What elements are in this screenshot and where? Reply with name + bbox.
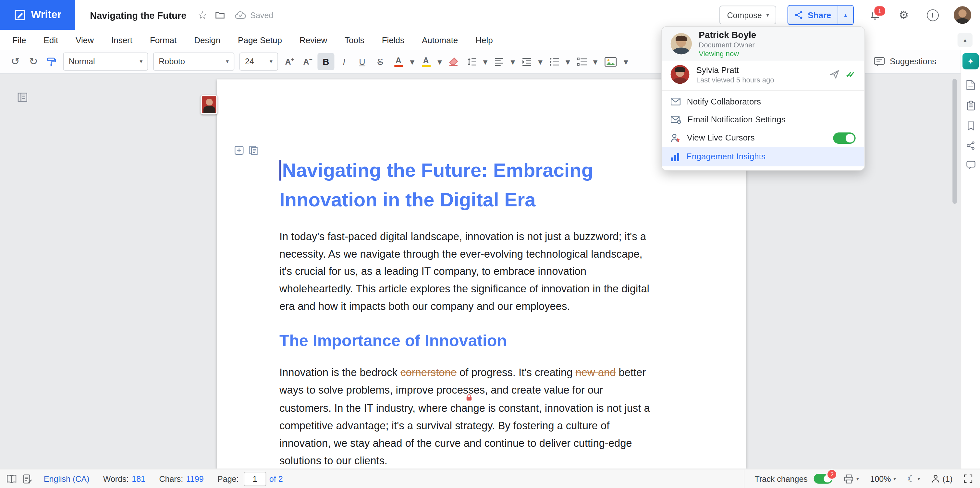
line-spacing-dropdown[interactable]: ▾ <box>481 53 489 70</box>
underline-button[interactable]: U <box>354 53 371 70</box>
help-button[interactable]: i <box>925 8 940 22</box>
bullet-list-dropdown[interactable]: ▾ <box>564 53 572 70</box>
document-title[interactable]: Navigating the Future <box>90 10 186 21</box>
share-panel-button[interactable] <box>966 141 975 150</box>
share-menu-toggle[interactable]: ▴ <box>838 6 853 24</box>
font-size-select[interactable]: 24 ▾ <box>239 52 278 71</box>
multilevel-list-button[interactable] <box>573 53 590 70</box>
night-mode-button[interactable]: ☾ ▾ <box>907 474 920 484</box>
zoom-control[interactable]: 100% ▾ <box>870 474 896 483</box>
word-count[interactable]: 181 <box>132 474 145 483</box>
vertical-scrollbar[interactable] <box>952 79 957 204</box>
tracked-deletion[interactable]: new and <box>576 367 616 379</box>
indent-button[interactable] <box>518 53 535 70</box>
email-notification-settings-item[interactable]: Email Notification Settings <box>662 111 864 129</box>
settings-button[interactable]: ⚙ <box>896 8 911 22</box>
align-button[interactable] <box>491 53 508 70</box>
format-painter-button[interactable] <box>43 53 60 70</box>
increase-font-button[interactable]: A+ <box>282 53 298 70</box>
menu-item-help[interactable]: Help <box>467 30 501 50</box>
chevron-up-icon: ▴ <box>844 12 847 18</box>
font-color-button[interactable]: A <box>390 53 407 70</box>
menu-item-tools[interactable]: Tools <box>336 30 373 50</box>
collaborator-avatar <box>671 65 690 84</box>
gear-icon: ⚙ <box>899 8 908 22</box>
user-avatar[interactable] <box>954 6 971 24</box>
fullscreen-button[interactable] <box>964 474 972 483</box>
indent-dropdown[interactable]: ▾ <box>536 53 544 70</box>
share-main-button[interactable]: Share <box>789 6 838 24</box>
zia-assistant-button[interactable]: ✦ <box>963 53 979 70</box>
read-receipt-icon: ✓✓ <box>845 70 856 79</box>
menu-item-page-setup[interactable]: Page Setup <box>229 30 291 50</box>
language-selector[interactable]: English (CA) <box>44 474 89 483</box>
share-label: Share <box>808 10 831 20</box>
italic-button[interactable]: I <box>336 53 352 70</box>
outline-toggle-button[interactable] <box>18 92 28 105</box>
document-heading-2[interactable]: The Importance of Innovation <box>279 330 681 351</box>
bullet-list-button[interactable] <box>546 53 562 70</box>
owner-name: Patrick Boyle <box>698 30 756 40</box>
menubar-collapse-button[interactable]: ▴ <box>958 33 972 47</box>
menu-item-view[interactable]: View <box>67 30 103 50</box>
add-block-button[interactable] <box>234 146 244 155</box>
document-paragraph-2[interactable]: Innovation is the bedrock cornerstone of… <box>279 364 655 469</box>
clear-formatting-button[interactable] <box>445 53 462 70</box>
email-notification-settings-label: Email Notification Settings <box>687 115 786 124</box>
live-cursors-toggle[interactable] <box>833 132 855 143</box>
page-number-input[interactable] <box>244 471 266 486</box>
redo-button[interactable]: ↻ <box>25 53 42 70</box>
live-cursor-icon <box>671 133 681 143</box>
proofing-button[interactable] <box>23 474 32 483</box>
insert-image-dropdown[interactable]: ▾ <box>622 53 630 70</box>
highlight-color-button[interactable]: A <box>418 53 434 70</box>
undo-button[interactable]: ↺ <box>7 53 24 70</box>
collaborator-avatar-chip[interactable] <box>200 95 217 114</box>
insert-image-button[interactable] <box>601 53 621 70</box>
menu-item-insert[interactable]: Insert <box>103 30 141 50</box>
zoom-value: 100% <box>870 474 891 483</box>
collaborators-count[interactable]: (1) <box>931 474 952 483</box>
menu-item-fields[interactable]: Fields <box>373 30 413 50</box>
notifications-button[interactable]: 1 <box>867 8 882 22</box>
margin-tools <box>234 146 258 155</box>
collaborator-row[interactable]: Sylvia Pratt Last viewed 5 hours ago ✓✓ <box>662 61 864 88</box>
view-live-cursors-item[interactable]: View Live Cursors <box>662 129 864 147</box>
comment-button[interactable] <box>249 146 258 155</box>
align-dropdown[interactable]: ▾ <box>509 53 517 70</box>
char-count[interactable]: 1199 <box>186 474 204 483</box>
compose-button[interactable]: Compose ▾ <box>719 6 776 24</box>
menu-item-automate[interactable]: Automate <box>413 30 467 50</box>
document-heading-1[interactable]: Navigating the Future: Embracing Innovat… <box>279 156 681 215</box>
favorite-star-icon[interactable]: ☆ <box>197 8 207 21</box>
decrease-font-button[interactable]: A− <box>299 53 317 70</box>
clipboard-panel-button[interactable] <box>967 100 975 111</box>
menu-item-file[interactable]: File <box>4 30 35 50</box>
comments-panel-button[interactable] <box>966 161 975 169</box>
font-family-select[interactable]: Roboto ▾ <box>153 52 234 71</box>
owner-status: Viewing now <box>698 50 756 57</box>
highlight-color-dropdown[interactable]: ▾ <box>436 53 444 70</box>
bold-button[interactable]: B <box>317 53 334 70</box>
menu-item-format[interactable]: Format <box>141 30 185 50</box>
bookmarks-panel-button[interactable] <box>967 121 975 131</box>
menu-item-edit[interactable]: Edit <box>35 30 67 50</box>
suggestions-button[interactable]: Suggestions <box>873 56 936 67</box>
menu-item-review[interactable]: Review <box>291 30 336 50</box>
print-layout-button[interactable]: ▾ <box>844 474 859 483</box>
folder-icon[interactable] <box>215 10 225 20</box>
app-logo[interactable]: Writer <box>0 0 75 30</box>
multilevel-list-dropdown[interactable]: ▾ <box>591 53 599 70</box>
document-info-panel-button[interactable] <box>966 80 975 90</box>
reader-mode-button[interactable] <box>6 474 17 483</box>
engagement-insights-item[interactable]: Engagement Insights <box>662 147 864 167</box>
paragraph-style-select[interactable]: Normal ▾ <box>63 52 148 71</box>
menu-item-design[interactable]: Design <box>185 30 229 50</box>
notify-collaborators-item[interactable]: Notify Collaborators <box>662 92 864 111</box>
strikethrough-button[interactable]: S <box>372 53 389 70</box>
document-paragraph-1[interactable]: In today's fast-paced digital landscape,… <box>279 228 655 316</box>
line-spacing-button[interactable] <box>463 53 480 70</box>
tracked-deletion[interactable]: cornerstone <box>401 367 457 379</box>
font-color-dropdown[interactable]: ▾ <box>408 53 416 70</box>
send-reminder-icon[interactable] <box>829 70 839 79</box>
